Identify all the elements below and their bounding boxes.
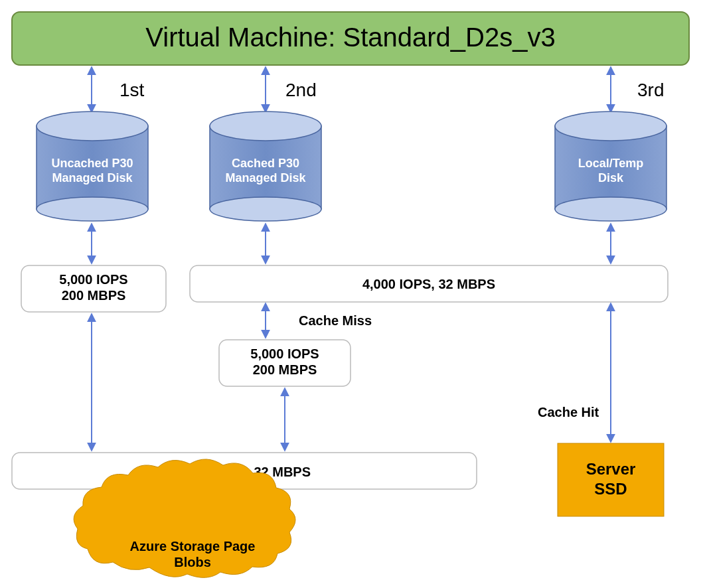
uncached-limit-line2: 200 MBPS [62,288,126,303]
cache-miss-line2: 200 MBPS [253,362,317,377]
ssd-line1: Server [586,460,636,478]
cache-hit-label: Cache Hit [538,405,599,419]
disk-cached: Cached P30 Managed Disk [210,111,321,221]
svg-point-2 [37,111,148,141]
disk-cached-line2: Managed Disk [225,171,306,184]
cache-miss-label: Cache Miss [299,313,372,328]
uncached-limit-line1: 5,000 IOPS [59,272,127,287]
path-second-label: 2nd [285,80,317,100]
vm-title: Virtual Machine: Standard_D2s_v3 [145,23,555,52]
svg-point-8 [555,111,667,141]
svg-point-1 [37,197,148,221]
svg-point-7 [555,197,667,221]
cloud-line1: Azure Storage Page [130,539,256,553]
path-third-label: 3rd [637,80,664,100]
disk-local: Local/Temp Disk [555,111,667,221]
disk-uncached-line2: Managed Disk [52,171,133,184]
disk-local-line2: Disk [598,171,624,184]
cached-limit-text: 4,000 IOPS, 32 MBPS [362,277,495,291]
disk-uncached: Uncached P30 Managed Disk [37,111,148,221]
cloud-line2: Blobs [174,555,211,569]
path-first-label: 1st [119,80,145,100]
svg-point-5 [210,111,321,141]
ssd-line2: SSD [594,480,627,498]
disk-local-line1: Local/Temp [578,157,644,170]
disk-cached-line1: Cached P30 [232,157,299,170]
cache-miss-line1: 5,000 IOPS [250,346,319,361]
disk-uncached-line1: Uncached P30 [51,157,133,170]
svg-point-4 [210,197,321,221]
